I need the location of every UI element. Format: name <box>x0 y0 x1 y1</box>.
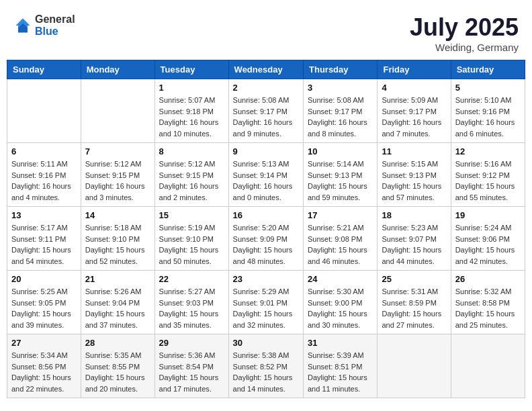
day-number: 3 <box>308 83 373 93</box>
weekday-header-friday: Friday <box>378 60 451 79</box>
calendar-cell: 18Sunrise: 5:23 AM Sunset: 9:07 PM Dayli… <box>378 207 451 271</box>
logo: General Blue <box>13 13 75 37</box>
day-number: 6 <box>11 146 77 156</box>
day-info: Sunrise: 5:07 AM Sunset: 9:18 PM Dayligh… <box>159 95 224 139</box>
day-info: Sunrise: 5:21 AM Sunset: 9:08 PM Dayligh… <box>308 222 373 267</box>
day-info: Sunrise: 5:08 AM Sunset: 9:17 PM Dayligh… <box>233 95 299 139</box>
calendar-cell: 30Sunrise: 5:38 AM Sunset: 8:52 PM Dayli… <box>228 334 303 398</box>
calendar-cell <box>378 334 451 398</box>
day-number: 12 <box>455 146 521 156</box>
calendar-cell: 21Sunrise: 5:26 AM Sunset: 9:04 PM Dayli… <box>81 271 154 334</box>
day-number: 18 <box>382 210 446 220</box>
calendar-cell <box>81 79 154 143</box>
day-number: 27 <box>11 338 77 348</box>
day-info: Sunrise: 5:26 AM Sunset: 9:04 PM Dayligh… <box>85 286 150 330</box>
day-number: 7 <box>85 146 150 156</box>
calendar-cell: 23Sunrise: 5:29 AM Sunset: 9:01 PM Dayli… <box>228 271 303 334</box>
calendar-table: SundayMondayTuesdayWednesdayThursdayFrid… <box>7 60 525 398</box>
day-number: 17 <box>308 210 373 220</box>
day-number: 21 <box>85 274 150 284</box>
day-number: 23 <box>233 274 299 284</box>
day-number: 22 <box>159 274 224 284</box>
calendar-cell: 27Sunrise: 5:34 AM Sunset: 8:56 PM Dayli… <box>7 334 81 398</box>
calendar-cell: 10Sunrise: 5:14 AM Sunset: 9:13 PM Dayli… <box>304 143 378 207</box>
calendar-cell: 25Sunrise: 5:31 AM Sunset: 8:59 PM Dayli… <box>378 271 451 334</box>
calendar-cell <box>451 334 525 398</box>
calendar-cell: 5Sunrise: 5:10 AM Sunset: 9:16 PM Daylig… <box>451 79 525 143</box>
day-info: Sunrise: 5:30 AM Sunset: 9:00 PM Dayligh… <box>308 286 373 330</box>
day-info: Sunrise: 5:29 AM Sunset: 9:01 PM Dayligh… <box>233 286 299 330</box>
calendar-cell: 15Sunrise: 5:19 AM Sunset: 9:10 PM Dayli… <box>154 207 228 271</box>
day-info: Sunrise: 5:13 AM Sunset: 9:14 PM Dayligh… <box>233 158 299 203</box>
day-number: 9 <box>233 146 299 156</box>
day-number: 14 <box>85 210 150 220</box>
calendar-cell: 1Sunrise: 5:07 AM Sunset: 9:18 PM Daylig… <box>154 79 228 143</box>
month-year-title: July 2025 <box>410 13 519 42</box>
page-header: General Blue July 2025 Weiding, Germany <box>7 7 525 56</box>
day-info: Sunrise: 5:20 AM Sunset: 9:09 PM Dayligh… <box>233 222 299 267</box>
logo-blue: Blue <box>35 26 75 38</box>
calendar-cell: 20Sunrise: 5:25 AM Sunset: 9:05 PM Dayli… <box>7 271 81 334</box>
day-info: Sunrise: 5:38 AM Sunset: 8:52 PM Dayligh… <box>233 350 299 394</box>
day-info: Sunrise: 5:11 AM Sunset: 9:16 PM Dayligh… <box>11 158 77 203</box>
weekday-header-thursday: Thursday <box>304 60 378 79</box>
day-number: 26 <box>455 274 521 284</box>
calendar-cell: 24Sunrise: 5:30 AM Sunset: 9:00 PM Dayli… <box>304 271 378 334</box>
day-info: Sunrise: 5:08 AM Sunset: 9:17 PM Dayligh… <box>308 95 373 139</box>
day-info: Sunrise: 5:16 AM Sunset: 9:12 PM Dayligh… <box>455 158 521 203</box>
weekday-header-tuesday: Tuesday <box>154 60 228 79</box>
day-info: Sunrise: 5:31 AM Sunset: 8:59 PM Dayligh… <box>382 286 446 330</box>
calendar-week-2: 6Sunrise: 5:11 AM Sunset: 9:16 PM Daylig… <box>7 143 525 207</box>
calendar-cell: 14Sunrise: 5:18 AM Sunset: 9:10 PM Dayli… <box>81 207 154 271</box>
day-number: 25 <box>382 274 446 284</box>
calendar-cell: 4Sunrise: 5:09 AM Sunset: 9:17 PM Daylig… <box>378 79 451 143</box>
weekday-header-monday: Monday <box>81 60 154 79</box>
logo-icon <box>13 16 32 35</box>
calendar-cell: 26Sunrise: 5:32 AM Sunset: 8:58 PM Dayli… <box>451 271 525 334</box>
calendar-cell: 3Sunrise: 5:08 AM Sunset: 9:17 PM Daylig… <box>304 79 378 143</box>
calendar-cell: 9Sunrise: 5:13 AM Sunset: 9:14 PM Daylig… <box>228 143 303 207</box>
day-info: Sunrise: 5:12 AM Sunset: 9:15 PM Dayligh… <box>85 158 150 203</box>
calendar-cell: 28Sunrise: 5:35 AM Sunset: 8:55 PM Dayli… <box>81 334 154 398</box>
logo-text: General Blue <box>35 13 75 37</box>
calendar-cell: 7Sunrise: 5:12 AM Sunset: 9:15 PM Daylig… <box>81 143 154 207</box>
day-info: Sunrise: 5:18 AM Sunset: 9:10 PM Dayligh… <box>85 222 150 267</box>
location-title: Weiding, Germany <box>410 42 519 53</box>
day-info: Sunrise: 5:27 AM Sunset: 9:03 PM Dayligh… <box>159 286 224 330</box>
day-number: 13 <box>11 210 77 220</box>
calendar-cell: 8Sunrise: 5:12 AM Sunset: 9:15 PM Daylig… <box>154 143 228 207</box>
calendar-cell: 19Sunrise: 5:24 AM Sunset: 9:06 PM Dayli… <box>451 207 525 271</box>
day-info: Sunrise: 5:14 AM Sunset: 9:13 PM Dayligh… <box>308 158 373 203</box>
calendar-cell <box>7 79 81 143</box>
day-info: Sunrise: 5:34 AM Sunset: 8:56 PM Dayligh… <box>11 350 77 394</box>
day-info: Sunrise: 5:09 AM Sunset: 9:17 PM Dayligh… <box>382 95 446 139</box>
day-number: 24 <box>308 274 373 284</box>
day-info: Sunrise: 5:25 AM Sunset: 9:05 PM Dayligh… <box>11 286 77 330</box>
calendar-cell: 12Sunrise: 5:16 AM Sunset: 9:12 PM Dayli… <box>451 143 525 207</box>
day-info: Sunrise: 5:10 AM Sunset: 9:16 PM Dayligh… <box>455 95 521 139</box>
day-info: Sunrise: 5:35 AM Sunset: 8:55 PM Dayligh… <box>85 350 150 394</box>
day-number: 29 <box>159 338 224 348</box>
calendar-cell: 16Sunrise: 5:20 AM Sunset: 9:09 PM Dayli… <box>228 207 303 271</box>
calendar-week-1: 1Sunrise: 5:07 AM Sunset: 9:18 PM Daylig… <box>7 79 525 143</box>
day-number: 15 <box>159 210 224 220</box>
day-info: Sunrise: 5:19 AM Sunset: 9:10 PM Dayligh… <box>159 222 224 267</box>
calendar-cell: 6Sunrise: 5:11 AM Sunset: 9:16 PM Daylig… <box>7 143 81 207</box>
day-number: 5 <box>455 83 521 93</box>
weekday-header-saturday: Saturday <box>451 60 525 79</box>
day-info: Sunrise: 5:32 AM Sunset: 8:58 PM Dayligh… <box>455 286 521 330</box>
calendar-week-4: 20Sunrise: 5:25 AM Sunset: 9:05 PM Dayli… <box>7 271 525 334</box>
weekday-header-row: SundayMondayTuesdayWednesdayThursdayFrid… <box>7 60 525 79</box>
day-number: 1 <box>159 83 224 93</box>
day-number: 2 <box>233 83 299 93</box>
calendar-cell: 17Sunrise: 5:21 AM Sunset: 9:08 PM Dayli… <box>304 207 378 271</box>
calendar-cell: 22Sunrise: 5:27 AM Sunset: 9:03 PM Dayli… <box>154 271 228 334</box>
day-number: 30 <box>233 338 299 348</box>
day-number: 31 <box>308 338 373 348</box>
day-info: Sunrise: 5:24 AM Sunset: 9:06 PM Dayligh… <box>455 222 521 267</box>
day-info: Sunrise: 5:15 AM Sunset: 9:13 PM Dayligh… <box>382 158 446 203</box>
day-number: 11 <box>382 146 446 156</box>
logo-general: General <box>35 13 75 26</box>
weekday-header-wednesday: Wednesday <box>228 60 303 79</box>
calendar-cell: 13Sunrise: 5:17 AM Sunset: 9:11 PM Dayli… <box>7 207 81 271</box>
